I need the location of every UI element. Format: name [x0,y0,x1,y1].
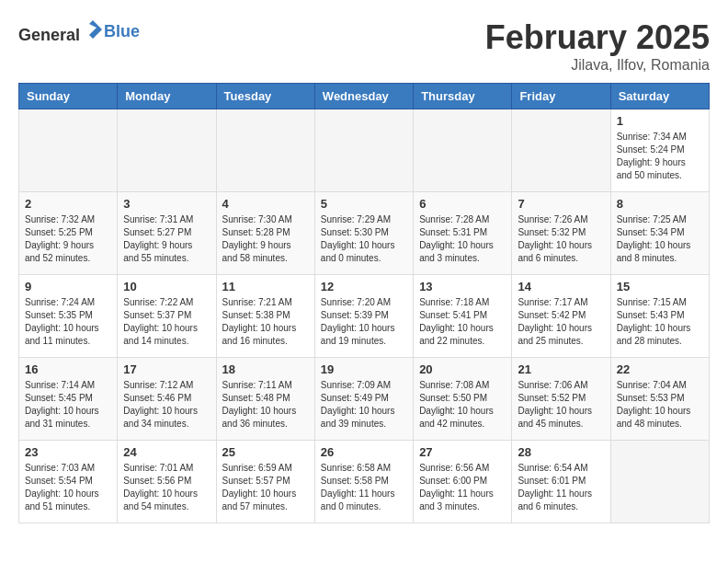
day-number: 24 [123,445,210,459]
header-day-sunday: Sunday [19,84,118,109]
day-number: 20 [419,362,506,376]
day-number: 23 [25,445,111,459]
calendar-title: February 2025 [485,18,710,57]
calendar-cell: 26Sunrise: 6:58 AM Sunset: 5:58 PM Dayli… [314,441,413,523]
day-number: 2 [25,197,111,211]
week-row-5: 23Sunrise: 7:03 AM Sunset: 5:54 PM Dayli… [19,441,710,523]
calendar-cell: 15Sunrise: 7:15 AM Sunset: 5:43 PM Dayli… [610,275,709,358]
day-info: Sunrise: 7:03 AM Sunset: 5:54 PM Dayligh… [25,462,111,513]
week-row-2: 2Sunrise: 7:32 AM Sunset: 5:25 PM Daylig… [19,192,710,275]
calendar-cell: 18Sunrise: 7:11 AM Sunset: 5:48 PM Dayli… [216,358,314,441]
day-number: 1 [617,114,703,128]
day-info: Sunrise: 7:24 AM Sunset: 5:35 PM Dayligh… [25,296,111,348]
calendar-subtitle: Jilava, Ilfov, Romania [485,57,710,74]
header-day-thursday: Thursday [414,84,512,109]
day-info: Sunrise: 7:12 AM Sunset: 5:46 PM Dayligh… [123,379,210,431]
calendar-cell: 6Sunrise: 7:28 AM Sunset: 5:31 PM Daylig… [414,192,512,275]
logo-text-blue: Blue [104,22,140,41]
day-number: 3 [123,197,210,211]
calendar-cell: 9Sunrise: 7:24 AM Sunset: 5:35 PM Daylig… [19,275,118,358]
svg-marker-0 [89,20,102,39]
day-number: 11 [222,280,309,293]
logo: General Blue [18,18,140,45]
day-info: Sunrise: 6:59 AM Sunset: 5:57 PM Dayligh… [222,462,309,513]
calendar-cell: 25Sunrise: 6:59 AM Sunset: 5:57 PM Dayli… [216,441,314,523]
day-info: Sunrise: 7:32 AM Sunset: 5:25 PM Dayligh… [25,213,111,265]
day-number: 21 [518,362,604,376]
day-number: 26 [321,445,407,459]
calendar-cell [314,109,413,192]
calendar-cell: 2Sunrise: 7:32 AM Sunset: 5:25 PM Daylig… [19,192,118,275]
calendar-cell: 21Sunrise: 7:06 AM Sunset: 5:52 PM Dayli… [512,358,610,441]
day-number: 4 [222,197,309,211]
calendar-cell: 4Sunrise: 7:30 AM Sunset: 5:28 PM Daylig… [216,192,314,275]
day-info: Sunrise: 7:18 AM Sunset: 5:41 PM Dayligh… [419,296,506,348]
day-number: 5 [321,197,407,211]
day-info: Sunrise: 7:09 AM Sunset: 5:49 PM Dayligh… [321,379,407,431]
day-number: 12 [321,280,407,293]
day-number: 9 [25,280,111,293]
header-day-saturday: Saturday [610,84,709,109]
day-number: 8 [617,197,703,211]
day-info: Sunrise: 6:56 AM Sunset: 6:00 PM Dayligh… [419,462,506,513]
logo-icon [82,18,104,40]
title-area: February 2025 Jilava, Ilfov, Romania [485,18,710,74]
header-day-monday: Monday [118,84,216,109]
week-row-3: 9Sunrise: 7:24 AM Sunset: 5:35 PM Daylig… [19,275,710,358]
day-number: 14 [518,280,604,293]
calendar-cell: 10Sunrise: 7:22 AM Sunset: 5:37 PM Dayli… [118,275,216,358]
day-info: Sunrise: 7:29 AM Sunset: 5:30 PM Dayligh… [321,213,407,265]
day-info: Sunrise: 7:20 AM Sunset: 5:39 PM Dayligh… [321,296,407,348]
calendar-cell [118,109,216,192]
calendar-cell [414,109,512,192]
day-number: 13 [419,280,506,293]
calendar-cell: 17Sunrise: 7:12 AM Sunset: 5:46 PM Dayli… [118,358,216,441]
day-info: Sunrise: 6:58 AM Sunset: 5:58 PM Dayligh… [321,462,407,513]
day-number: 25 [222,445,309,459]
calendar-cell: 22Sunrise: 7:04 AM Sunset: 5:53 PM Dayli… [610,358,709,441]
day-info: Sunrise: 7:11 AM Sunset: 5:48 PM Dayligh… [222,379,309,431]
day-number: 17 [123,362,210,376]
day-info: Sunrise: 7:31 AM Sunset: 5:27 PM Dayligh… [123,213,210,265]
calendar-cell: 19Sunrise: 7:09 AM Sunset: 5:49 PM Dayli… [314,358,413,441]
day-number: 19 [321,362,407,376]
day-number: 6 [419,197,506,211]
day-info: Sunrise: 7:25 AM Sunset: 5:34 PM Dayligh… [617,213,703,265]
day-info: Sunrise: 7:30 AM Sunset: 5:28 PM Dayligh… [222,213,309,265]
header-day-wednesday: Wednesday [314,84,413,109]
calendar-cell: 20Sunrise: 7:08 AM Sunset: 5:50 PM Dayli… [414,358,512,441]
calendar-cell: 1Sunrise: 7:34 AM Sunset: 5:24 PM Daylig… [610,109,709,192]
calendar-cell: 3Sunrise: 7:31 AM Sunset: 5:27 PM Daylig… [118,192,216,275]
day-info: Sunrise: 7:08 AM Sunset: 5:50 PM Dayligh… [419,379,506,431]
day-info: Sunrise: 7:17 AM Sunset: 5:42 PM Dayligh… [518,296,604,348]
calendar-cell: 8Sunrise: 7:25 AM Sunset: 5:34 PM Daylig… [610,192,709,275]
day-number: 10 [123,280,210,293]
day-number: 16 [25,362,111,376]
header: General Blue February 2025 Jilava, Ilfov… [18,18,710,74]
day-info: Sunrise: 7:06 AM Sunset: 5:52 PM Dayligh… [518,379,604,431]
calendar-cell: 11Sunrise: 7:21 AM Sunset: 5:38 PM Dayli… [216,275,314,358]
calendar-cell: 28Sunrise: 6:54 AM Sunset: 6:01 PM Dayli… [512,441,610,523]
day-info: Sunrise: 7:34 AM Sunset: 5:24 PM Dayligh… [617,131,703,182]
header-day-tuesday: Tuesday [216,84,314,109]
day-number: 22 [617,362,703,376]
logo-text-general: General [18,26,80,44]
header-row: SundayMondayTuesdayWednesdayThursdayFrid… [19,84,710,109]
calendar-cell: 16Sunrise: 7:14 AM Sunset: 5:45 PM Dayli… [19,358,118,441]
day-info: Sunrise: 7:04 AM Sunset: 5:53 PM Dayligh… [617,379,703,431]
day-number: 15 [617,280,703,293]
calendar-cell: 12Sunrise: 7:20 AM Sunset: 5:39 PM Dayli… [314,275,413,358]
day-info: Sunrise: 7:14 AM Sunset: 5:45 PM Dayligh… [25,379,111,431]
day-info: Sunrise: 7:01 AM Sunset: 5:56 PM Dayligh… [123,462,210,513]
week-row-4: 16Sunrise: 7:14 AM Sunset: 5:45 PM Dayli… [19,358,710,441]
day-number: 27 [419,445,506,459]
calendar-table: SundayMondayTuesdayWednesdayThursdayFrid… [18,83,710,523]
calendar-cell: 5Sunrise: 7:29 AM Sunset: 5:30 PM Daylig… [314,192,413,275]
day-info: Sunrise: 7:22 AM Sunset: 5:37 PM Dayligh… [123,296,210,348]
calendar-cell: 14Sunrise: 7:17 AM Sunset: 5:42 PM Dayli… [512,275,610,358]
calendar-cell: 13Sunrise: 7:18 AM Sunset: 5:41 PM Dayli… [414,275,512,358]
day-info: Sunrise: 7:15 AM Sunset: 5:43 PM Dayligh… [617,296,703,348]
day-info: Sunrise: 7:26 AM Sunset: 5:32 PM Dayligh… [518,213,604,265]
day-number: 18 [222,362,309,376]
calendar-cell [216,109,314,192]
